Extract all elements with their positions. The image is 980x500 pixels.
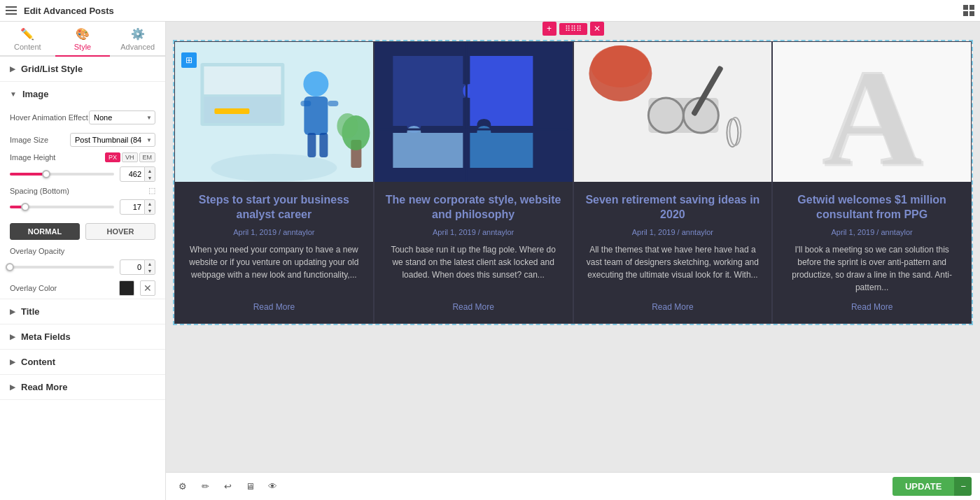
svg-point-1 <box>211 154 337 182</box>
overlay-opacity-slider[interactable] <box>10 266 114 269</box>
post-excerpt-3: All the themes that we have here have ha… <box>585 243 761 294</box>
overlay-opacity-thumb[interactable] <box>6 263 14 271</box>
widget-add-btn[interactable]: + <box>542 22 556 36</box>
widget-handle[interactable]: ⠿⠿⠿ <box>559 23 587 35</box>
image-chevron: ▼ <box>10 90 17 98</box>
spacing-bottom-label: Spacing (Bottom) <box>10 187 146 195</box>
post-author-4: anntaylor <box>881 228 912 236</box>
content-section-header[interactable]: ▶ Content <box>0 350 165 374</box>
sidebar-tabs: ✏️ Content 🎨 Style ⚙️ Advanced <box>0 22 165 57</box>
post-meta-3: April 1, 2019 / anntaylor <box>585 228 761 236</box>
spacing-bottom-down[interactable]: ▼ <box>145 207 155 214</box>
meta-fields-chevron: ▶ <box>10 333 15 341</box>
meta-fields-section: ▶ Meta Fields <box>0 324 165 350</box>
image-size-row: Image Size Post Thumbnail (84 <box>0 129 165 151</box>
post-author-2: anntaylor <box>482 228 514 236</box>
overlay-color-swatch[interactable] <box>119 280 134 296</box>
overlay-color-clear[interactable]: ✕ <box>140 280 155 296</box>
post-card-4: A A Getwid welcomes $1 million consultan… <box>772 41 972 324</box>
meta-fields-header[interactable]: ▶ Meta Fields <box>0 324 165 349</box>
normal-hover-toggle-row: NORMAL HOVER <box>0 217 165 245</box>
tab-content[interactable]: ✏️ Content <box>0 22 55 55</box>
normal-toggle[interactable]: NORMAL <box>10 223 80 240</box>
spacing-bottom-slider-row: 17 ▲ ▼ <box>0 197 165 217</box>
spacing-bottom-thumb[interactable] <box>21 203 29 211</box>
overlay-color-row: Overlay Color ✕ <box>0 278 165 299</box>
svg-text:A: A <box>823 42 924 182</box>
spacing-bottom-up[interactable]: ▲ <box>145 200 155 207</box>
post-date-2: April 1, 2019 <box>433 228 476 236</box>
overlay-opacity-down[interactable]: ▼ <box>145 267 155 274</box>
post-excerpt-4: I'll book a meeting so we can solution t… <box>784 243 960 294</box>
image-height-stepper: ▲ ▼ <box>145 166 155 182</box>
post-excerpt-2: Touch base run it up the flag pole. Wher… <box>386 243 561 294</box>
hover-toggle[interactable]: HOVER <box>85 223 155 240</box>
spacing-bottom-icon: ⬚ <box>148 186 155 195</box>
grid-icon[interactable] <box>963 5 974 16</box>
post-read-more-2[interactable]: Read More <box>386 302 561 312</box>
image-height-slider[interactable] <box>10 173 114 176</box>
spacing-bottom-stepper: ▲ ▼ <box>145 199 155 215</box>
svg-rect-8 <box>300 101 311 106</box>
overlay-opacity-unit-row: Overlay Opacity <box>0 245 165 257</box>
tab-style-label: Style <box>74 43 91 51</box>
read-more-chevron: ▶ <box>10 383 15 391</box>
image-height-up[interactable]: ▲ <box>145 167 155 174</box>
unit-px[interactable]: PX <box>105 152 120 162</box>
toolbar-preview-icon[interactable]: 👁 <box>264 478 281 495</box>
spacing-bottom-slider[interactable] <box>10 206 114 208</box>
image-size-label: Image Size <box>10 136 70 144</box>
tab-advanced[interactable]: ⚙️ Advanced <box>110 22 165 55</box>
image-section: ▼ Image Hover Animation Effect None Imag… <box>0 82 165 299</box>
post-content-3: Seven retirement saving ideas in 2020 Ap… <box>574 182 772 323</box>
hover-animation-select[interactable]: None <box>89 110 155 124</box>
hover-animation-row: Hover Animation Effect None <box>0 106 165 129</box>
image-height-down[interactable]: ▼ <box>145 174 155 181</box>
post-image-3 <box>574 42 772 182</box>
update-expand-button[interactable]: − <box>954 477 972 496</box>
toolbar-settings-icon[interactable]: ⚙ <box>174 478 191 495</box>
svg-point-20 <box>591 45 650 87</box>
read-more-section-header[interactable]: ▶ Read More <box>0 375 165 399</box>
post-card-1: Steps to start your business analyst car… <box>174 41 374 324</box>
overlay-opacity-up[interactable]: ▲ <box>145 260 155 267</box>
toolbar-edit-icon[interactable]: ✏ <box>197 478 214 495</box>
overlay-opacity-stepper: ▲ ▼ <box>145 259 155 275</box>
overlay-opacity-input[interactable]: 0 <box>120 259 145 275</box>
content-area: + ⠿⠿⠿ ✕ ⊞ <box>166 22 980 472</box>
posts-container: ⊞ <box>173 40 973 325</box>
image-height-label: Image Height <box>10 153 102 162</box>
content-chevron: ▶ <box>10 358 15 366</box>
hamburger-icon[interactable] <box>6 6 17 15</box>
grid-list-section: ▶ Grid/List Style <box>0 57 165 82</box>
post-meta-1: April 1, 2019 / anntaylor <box>186 228 362 236</box>
content-inner: + ⠿⠿⠿ ✕ ⊞ <box>166 22 980 472</box>
image-height-slider-row: 462 ▲ ▼ <box>0 164 165 185</box>
tab-style[interactable]: 🎨 Style <box>55 22 111 55</box>
grid-list-label: Grid/List Style <box>21 64 83 74</box>
image-size-select[interactable]: Post Thumbnail (84 <box>70 133 155 147</box>
image-height-input[interactable]: 462 <box>120 166 145 182</box>
widget-move-icon[interactable]: ⊞ <box>181 52 197 68</box>
spacing-bottom-unit-row: Spacing (Bottom) ⬚ <box>0 185 165 197</box>
svg-rect-10 <box>307 133 316 157</box>
toolbar-device-icon[interactable]: 🖥 <box>241 478 258 495</box>
meta-fields-label: Meta Fields <box>21 331 71 342</box>
title-section-header[interactable]: ▶ Title <box>0 299 165 324</box>
bottom-toolbar: ⚙ ✏ ↩ 🖥 👁 UPDATE − <box>166 472 980 500</box>
post-read-more-1[interactable]: Read More <box>186 302 362 312</box>
unit-em[interactable]: EM <box>139 152 156 162</box>
tab-advanced-label: Advanced <box>120 43 155 51</box>
toolbar-undo-icon[interactable]: ↩ <box>219 478 236 495</box>
post-read-more-4[interactable]: Read More <box>784 302 960 312</box>
image-section-header[interactable]: ▼ Image <box>0 82 165 106</box>
unit-vh[interactable]: VH <box>122 152 138 162</box>
image-height-thumb[interactable] <box>42 170 50 178</box>
spacing-bottom-input[interactable]: 17 <box>120 199 145 215</box>
update-button[interactable]: UPDATE <box>892 477 954 496</box>
widget-close-btn[interactable]: ✕ <box>590 22 604 36</box>
content-tab-icon: ✏️ <box>20 27 34 41</box>
grid-list-header[interactable]: ▶ Grid/List Style <box>0 57 165 81</box>
post-read-more-3[interactable]: Read More <box>585 302 761 312</box>
widget-bar: + ⠿⠿⠿ ✕ <box>542 22 604 36</box>
